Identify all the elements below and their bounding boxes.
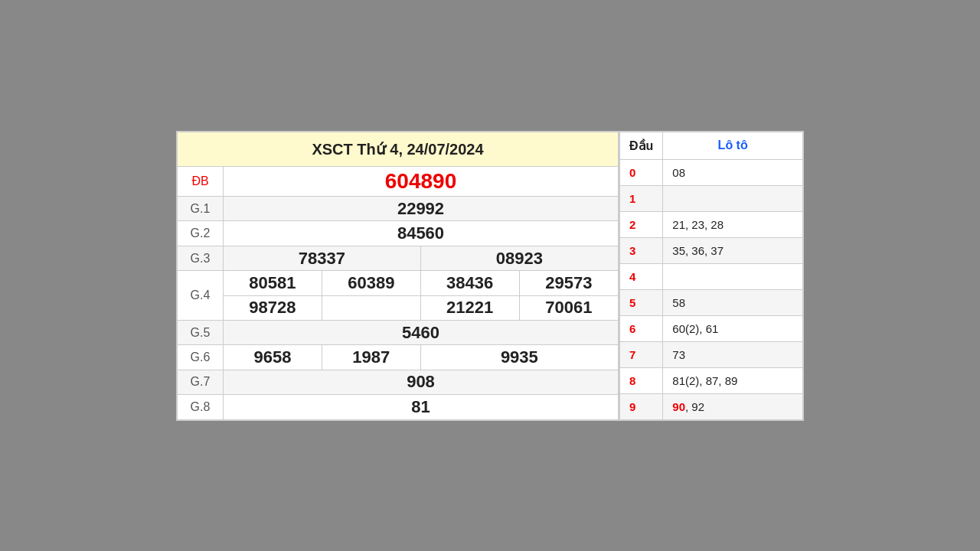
loto-header-row: Đầu Lô tô bbox=[620, 132, 803, 159]
prize-label: G.1 bbox=[178, 197, 224, 221]
prize-value: 70061 bbox=[519, 295, 619, 320]
loto-val-cell: 58 bbox=[663, 289, 803, 315]
prize-value: 21221 bbox=[420, 295, 519, 320]
loto-row: 2 21, 23, 28 bbox=[620, 211, 803, 237]
loto-val-cell: 90, 92 bbox=[663, 393, 803, 419]
loto-red-value: 90 bbox=[672, 400, 685, 413]
loto-dau-cell: 9 bbox=[620, 393, 663, 419]
prize-row: G.7 908 bbox=[178, 370, 619, 394]
loto-dau-cell: 0 bbox=[620, 159, 663, 185]
loto-dau-cell: 2 bbox=[620, 211, 663, 237]
loto-val-cell: 60(2), 61 bbox=[663, 315, 803, 341]
prize-row: G.5 5460 bbox=[178, 320, 619, 344]
prize-label: G.2 bbox=[178, 221, 224, 246]
prize-value: 908 bbox=[224, 370, 619, 394]
prize-value: 84560 bbox=[224, 221, 619, 246]
prize-value: 98728 bbox=[224, 295, 322, 320]
loto-row: 1 bbox=[620, 185, 803, 211]
main-container: XSCT Thứ 4, 24/07/2024 ĐB 604890 G.1 229… bbox=[176, 131, 804, 421]
loto-row: 3 35, 36, 37 bbox=[620, 237, 803, 263]
prize-row: ĐB 604890 bbox=[178, 166, 619, 197]
results-table: XSCT Thứ 4, 24/07/2024 ĐB 604890 G.1 229… bbox=[177, 132, 619, 420]
loto-header-loto: Lô tô bbox=[663, 132, 803, 159]
loto-val-cell bbox=[663, 185, 803, 211]
loto-val-cell bbox=[663, 263, 803, 289]
prize-label: G.4 bbox=[178, 271, 224, 321]
prize-row: G.1 22992 bbox=[178, 197, 619, 221]
loto-row: 6 60(2), 61 bbox=[620, 315, 803, 341]
loto-row: 9 90, 92 bbox=[620, 393, 803, 419]
prize-row: G.8 81 bbox=[178, 395, 619, 419]
loto-row: 0 08 bbox=[620, 159, 803, 185]
loto-table: Đầu Lô tô 0 08 1 2 21, 23, 28 3 35, 36, … bbox=[619, 132, 803, 420]
loto-val-cell: 21, 23, 28 bbox=[663, 211, 803, 237]
prize-value: 9935 bbox=[420, 345, 619, 370]
prize-value: 22992 bbox=[224, 197, 619, 221]
prize-label: G.7 bbox=[178, 370, 224, 394]
prize-row: G.2 84560 bbox=[178, 221, 619, 246]
prize-label: ĐB bbox=[178, 166, 224, 197]
loto-row: 8 81(2), 87, 89 bbox=[620, 367, 803, 393]
loto-val-cell: 08 bbox=[663, 159, 803, 185]
prize-value: 60389 bbox=[322, 271, 420, 295]
prize-row: G.3 78337 08923 bbox=[178, 246, 619, 270]
prize-label: G.8 bbox=[178, 395, 224, 419]
prize-label: G.3 bbox=[178, 246, 224, 270]
loto-dau-cell: 5 bbox=[620, 289, 663, 315]
prize-row: 98728 21221 70061 bbox=[178, 295, 619, 320]
loto-val-cell: 81(2), 87, 89 bbox=[663, 367, 803, 393]
loto-dau-cell: 8 bbox=[620, 367, 663, 393]
prize-value: 38436 bbox=[420, 271, 519, 295]
prize-value: 9658 bbox=[224, 345, 322, 370]
prize-value bbox=[322, 295, 420, 320]
loto-dau-cell: 6 bbox=[620, 315, 663, 341]
prize-row: G.4 80581 60389 38436 29573 bbox=[178, 271, 619, 295]
prize-value: 1987 bbox=[322, 345, 420, 370]
prize-value: 29573 bbox=[519, 271, 619, 295]
prize-row: G.6 9658 1987 9935 bbox=[178, 345, 619, 370]
table-title: XSCT Thứ 4, 24/07/2024 bbox=[178, 132, 619, 166]
prize-value: 604890 bbox=[224, 166, 619, 197]
loto-row: 4 bbox=[620, 263, 803, 289]
loto-row: 7 73 bbox=[620, 341, 803, 367]
prize-label: G.6 bbox=[178, 345, 224, 370]
loto-dau-cell: 1 bbox=[620, 185, 663, 211]
loto-dau-cell: 3 bbox=[620, 237, 663, 263]
prize-value: 78337 bbox=[224, 246, 421, 270]
loto-dau-cell: 4 bbox=[620, 263, 663, 289]
prize-value: 80581 bbox=[224, 271, 322, 295]
prize-value: 81 bbox=[224, 395, 619, 419]
prize-value: 08923 bbox=[420, 246, 619, 270]
title-row: XSCT Thứ 4, 24/07/2024 bbox=[178, 132, 619, 166]
loto-dau-cell: 7 bbox=[620, 341, 663, 367]
loto-row: 5 58 bbox=[620, 289, 803, 315]
prize-label: G.5 bbox=[178, 320, 224, 344]
loto-header-dau: Đầu bbox=[620, 132, 663, 159]
loto-val-cell: 35, 36, 37 bbox=[663, 237, 803, 263]
loto-val-cell: 73 bbox=[663, 341, 803, 367]
prize-value: 5460 bbox=[224, 320, 619, 344]
